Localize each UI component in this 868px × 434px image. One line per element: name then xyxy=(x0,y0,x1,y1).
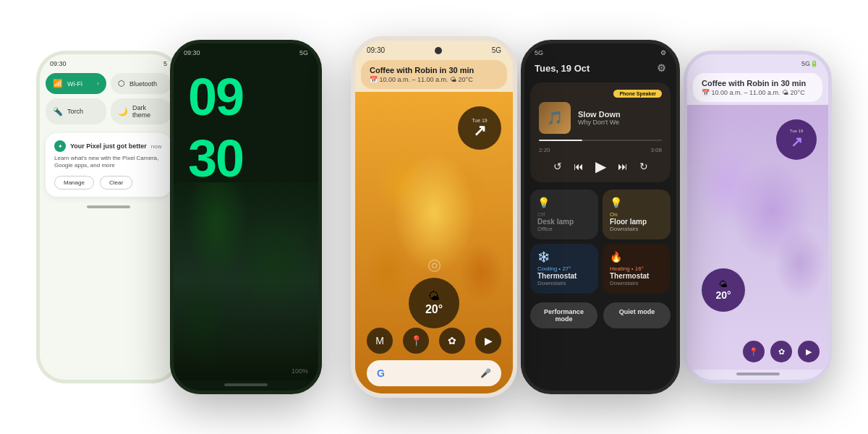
music-card: Phone Speaker 🎵 Slow Down Why Don't We 2… xyxy=(530,82,671,182)
music-progress-bar[interactable] xyxy=(539,140,662,141)
desk-lamp-icon: 💡 xyxy=(537,197,591,208)
thermo1-name: Thermostat xyxy=(537,272,591,280)
status-bar-left2: 09:30 5G xyxy=(174,43,318,59)
google-logo: G xyxy=(377,367,385,379)
time-total: 3:08 xyxy=(650,147,662,153)
app-icons-center: M 📍 ✿ ▶ xyxy=(367,328,501,354)
notif-body: Learn what's new with the Pixel Camera, … xyxy=(54,155,163,170)
settings-gear[interactable]: ⚙ xyxy=(657,62,666,74)
temp-widget-right2: 🌤 20° xyxy=(702,268,745,312)
clock-widget-right2: Tue 19 ↗ xyxy=(776,119,817,160)
play-icon[interactable]: ▶ xyxy=(595,158,606,175)
floor-lamp-tile[interactable]: 💡 On Floor lamp Downstairs xyxy=(603,190,671,239)
youtube-icon-r[interactable]: ▶ xyxy=(798,341,820,362)
torch-tile[interactable]: 🔦 Torch xyxy=(46,98,106,124)
battery-right2: 🔋 xyxy=(810,60,818,67)
status-bar-left1: 09:30 5 xyxy=(40,54,177,70)
wifi-arrow: › xyxy=(97,80,99,87)
signal-left2: 5G xyxy=(299,49,308,56)
time-left1: 09:30 xyxy=(50,60,67,67)
big-clock-top: 09 xyxy=(174,59,318,121)
notif-title: Your Pixel just got better xyxy=(70,142,147,150)
coffee-time-center: 📅 10.00 a.m. – 11.00 a.m. 🌤 20°C xyxy=(370,76,498,83)
heating-status: Heating • 16° xyxy=(610,265,663,272)
maps-icon-r[interactable]: 📍 xyxy=(743,341,765,362)
maps-icon[interactable]: 📍 xyxy=(403,328,429,354)
bluetooth-tile[interactable]: ⬡ Bluetooth xyxy=(111,73,171,94)
artist-name: Why Don't We xyxy=(578,119,621,126)
floor-lamp-name: Floor lamp xyxy=(610,218,663,226)
phone-right1: 5G ⚙ Tues, 19 Oct ⚙ Phone Speaker 🎵 Slow… xyxy=(521,40,680,394)
album-art: 🎵 xyxy=(539,102,571,134)
speaker-badge: Phone Speaker xyxy=(613,90,662,98)
settings-icon-right1[interactable]: ⚙ xyxy=(660,49,666,56)
notif-card-right2[interactable]: Coffee with Robin in 30 min 📅 10.00 a.m.… xyxy=(693,73,822,102)
coffee-title-center: Coffee with Robin in 30 min xyxy=(370,66,498,75)
selfie-camera xyxy=(435,47,442,54)
wallpaper-left2: 100% xyxy=(174,182,318,380)
temp-right2: 20° xyxy=(715,289,731,301)
notif-header: ✦ Your Pixel just got better now xyxy=(54,140,163,152)
wifi-icon: 📶 xyxy=(53,79,63,88)
clock-hand-center: ↗ xyxy=(473,123,486,139)
home-bar-left2 xyxy=(224,383,268,386)
track-name: Slow Down xyxy=(578,110,621,119)
cooling-icon: ❄️ xyxy=(537,251,591,263)
fan-icon[interactable]: ✿ xyxy=(439,328,465,354)
phone-left2: 09:30 5G 09 30 100% xyxy=(170,40,322,394)
clock-hand-right2: ↗ xyxy=(791,133,803,150)
shuffle-icon[interactable]: ↻ xyxy=(639,161,648,172)
track-details: Slow Down Why Don't We xyxy=(578,110,621,126)
smart-grid: 💡 Off Desk lamp Office 💡 On Floor lamp D… xyxy=(530,190,671,294)
notification-bar-center[interactable]: Coffee with Robin in 30 min 📅 10.00 a.m.… xyxy=(361,60,507,89)
clock-widget-center: Tue 19 ↗ xyxy=(458,106,501,150)
weather-icon-right2: 🌤 xyxy=(719,279,728,289)
thermo2-name: Thermostat xyxy=(610,272,663,280)
wifi-tile[interactable]: 📶 Wi-Fi › xyxy=(46,73,106,94)
search-bar-center[interactable]: G 🎤 xyxy=(367,360,501,386)
phones-container: 09:30 5 📶 Wi-Fi › ⬡ Bluetooth 🔦 Torch 🌙 … xyxy=(0,0,868,434)
torch-icon: 🔦 xyxy=(53,107,63,116)
messages-icon[interactable]: M xyxy=(367,328,393,354)
fan-icon-r[interactable]: ✿ xyxy=(770,341,792,362)
notif-time: now xyxy=(151,143,162,150)
floor-lamp-icon: 💡 xyxy=(610,197,663,208)
prev-icon[interactable]: ⏮ xyxy=(574,161,584,172)
dark-theme-icon: 🌙 xyxy=(118,107,128,116)
coffee-time-right2: 📅 10.00 a.m. – 11.00 a.m. 🌤 20°C xyxy=(702,89,814,96)
signal-center: 5G xyxy=(492,46,501,54)
music-progress-fill xyxy=(539,140,582,141)
date-label: Tues, 19 Oct xyxy=(535,63,590,74)
performance-mode-button[interactable]: Performance mode xyxy=(530,302,597,328)
bottom-icons-right2: 📍 ✿ ▶ xyxy=(743,341,820,362)
battery-percent: 100% xyxy=(292,367,308,375)
home-bar-left1 xyxy=(87,205,130,208)
replay-icon[interactable]: ↺ xyxy=(553,161,562,172)
time-current: 2:20 xyxy=(539,147,550,153)
fingerprint-icon[interactable]: ◎ xyxy=(427,255,441,274)
notification-card-left1: ✦ Your Pixel just got better now Learn w… xyxy=(46,133,171,197)
music-controls: ↺ ⏮ ▶ ⏭ ↻ xyxy=(539,158,662,175)
leaf-decoration xyxy=(174,182,318,380)
clear-button[interactable]: Clear xyxy=(100,176,132,190)
dark-theme-label: Dark theme xyxy=(132,104,164,119)
phone-center: 09:30 5G Coffee with Robin in 30 min 📅 1… xyxy=(351,36,517,398)
manage-button[interactable]: Manage xyxy=(54,176,94,190)
quick-tiles: 📶 Wi-Fi › ⬡ Bluetooth 🔦 Torch 🌙 Dark the… xyxy=(46,73,171,124)
weather-widget-center: 🌤 20° xyxy=(409,278,459,328)
quiet-mode-button[interactable]: Quiet mode xyxy=(603,302,671,328)
time-center: 09:30 xyxy=(367,46,385,54)
dark-theme-tile[interactable]: 🌙 Dark theme xyxy=(111,98,171,124)
thermostat-heating-tile[interactable]: 🔥 Heating • 16° Thermostat Downstairs xyxy=(603,244,671,294)
desk-lamp-name: Desk lamp xyxy=(537,218,591,226)
music-times: 2:20 3:08 xyxy=(539,147,662,153)
next-icon[interactable]: ⏭ xyxy=(618,161,628,172)
youtube-icon[interactable]: ▶ xyxy=(475,328,501,354)
cooling-status: Cooling • 27° xyxy=(537,265,591,272)
microphone-icon[interactable]: 🎤 xyxy=(480,368,491,378)
big-clock-bottom: 30 xyxy=(174,121,318,182)
thermostat-cooling-tile[interactable]: ❄️ Cooling • 27° Thermostat Downstairs xyxy=(530,244,598,294)
desk-lamp-tile[interactable]: 💡 Off Desk lamp Office xyxy=(530,190,598,239)
floor-lamp-location: Downstairs xyxy=(610,226,663,232)
status-bar-center: 09:30 5G xyxy=(355,41,513,57)
